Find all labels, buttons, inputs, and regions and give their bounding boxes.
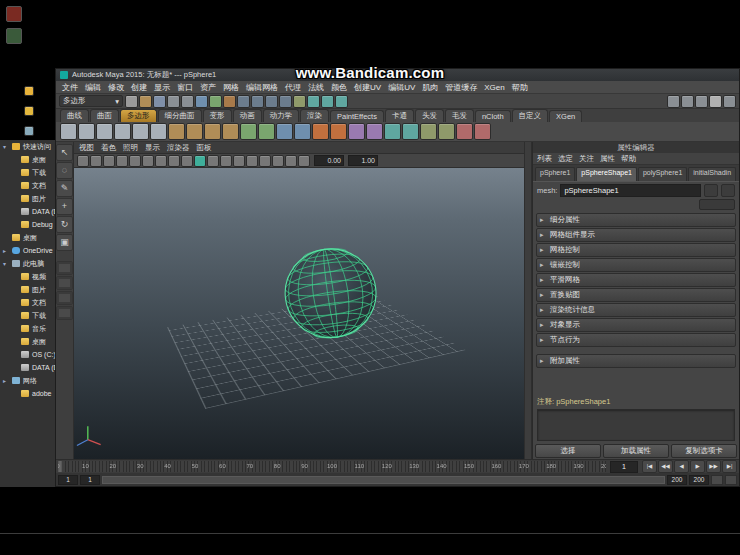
expander-icon[interactable]: ▾ — [3, 143, 9, 150]
section-smooth-mesh[interactable]: ▸ 平滑网格 — [536, 273, 736, 287]
pin-icon[interactable] — [24, 126, 34, 136]
shaded-icon[interactable] — [194, 155, 206, 167]
shelf-tab-animation[interactable]: 动画 — [233, 109, 262, 122]
undo-icon[interactable] — [167, 95, 180, 108]
motion-blur-icon[interactable] — [259, 155, 271, 167]
app-shortcut-icon[interactable] — [6, 28, 22, 44]
time-slider[interactable]: 0102030405060708090100110120130140150160… — [58, 461, 606, 472]
menu-set-dropdown[interactable]: 多边形 ▾ — [59, 95, 123, 107]
separate-icon[interactable] — [294, 123, 311, 140]
menu-item[interactable]: 创建 — [131, 82, 147, 93]
gate-mask-icon[interactable] — [129, 155, 141, 167]
ae-menu-item[interactable]: 关注 — [579, 154, 594, 164]
poly-pyramid-icon[interactable] — [186, 123, 203, 140]
tree-item-pictures-2[interactable]: 图片 — [0, 283, 56, 296]
expander-icon[interactable]: ▸ — [3, 377, 9, 384]
panel-menu-item[interactable]: 显示 — [145, 143, 160, 153]
open-scene-icon[interactable] — [139, 95, 152, 108]
focus-button[interactable] — [704, 184, 718, 197]
tree-item-onedrive[interactable]: ▸ OneDrive — [0, 244, 56, 257]
tree-item-data-d[interactable]: DATA (D:) — [0, 361, 56, 374]
tree-item-adobe[interactable]: adobe — [0, 387, 56, 400]
ae-tab-psphereshape1[interactable]: pSphereShape1 — [576, 167, 637, 181]
section-tessellation[interactable]: ▸ 细分属性 — [536, 213, 736, 227]
menu-item[interactable]: 文件 — [62, 82, 78, 93]
select-tool-icon[interactable]: ↖ — [56, 144, 73, 161]
ae-menu-item[interactable]: 选定 — [558, 154, 573, 164]
shelf-tab-xgen[interactable]: XGen — [549, 110, 582, 122]
section-node-behavior[interactable]: ▸ 节点行为 — [536, 333, 736, 347]
paint-select-tool-icon[interactable]: ✎ — [56, 180, 73, 197]
expander-icon[interactable]: ▾ — [3, 260, 9, 267]
playback-end-field[interactable]: 200 — [667, 475, 687, 485]
render-view-icon[interactable] — [307, 95, 320, 108]
layout-preset-single-button[interactable] — [56, 261, 73, 275]
tree-item-downloads-2[interactable]: 下载 — [0, 309, 56, 322]
poly-platonic-icon[interactable] — [258, 123, 275, 140]
shelf-tab-hair[interactable]: 头发 — [415, 109, 444, 122]
poly-prism-icon[interactable] — [168, 123, 185, 140]
shelf-tab-fur[interactable]: 毛发 — [445, 109, 474, 122]
shelf-tab-surfaces[interactable]: 曲面 — [90, 109, 119, 122]
poly-pipe-icon[interactable] — [204, 123, 221, 140]
go-to-start-button[interactable]: |◀ — [642, 460, 657, 473]
current-frame-field[interactable]: 1 — [610, 461, 638, 473]
folder-icon[interactable] — [24, 106, 34, 116]
expander-icon[interactable]: ▸ — [3, 247, 9, 254]
sidebar-toggle-icon[interactable] — [667, 95, 680, 108]
panel-separator[interactable] — [524, 142, 532, 459]
isolate-select-icon[interactable] — [298, 155, 310, 167]
safe-action-icon[interactable] — [155, 155, 167, 167]
animation-preferences-button[interactable] — [725, 475, 737, 485]
safe-title-icon[interactable] — [168, 155, 180, 167]
insert-edge-loop-icon[interactable] — [384, 123, 401, 140]
presets-button[interactable] — [721, 184, 735, 197]
ae-menu-item[interactable]: 帮助 — [621, 154, 636, 164]
menu-item[interactable]: 颜色 — [331, 82, 347, 93]
shelf-tab-ncloth[interactable]: nCloth — [475, 110, 511, 122]
layer-editor-icon[interactable] — [695, 95, 708, 108]
animation-start-field[interactable]: 1 — [58, 475, 78, 485]
reduce-icon[interactable] — [474, 123, 491, 140]
menu-item[interactable]: 网格 — [223, 82, 239, 93]
shelf-tab-curves[interactable]: 曲线 — [60, 109, 89, 122]
shelf-tab-dynamics[interactable]: 动力学 — [263, 109, 300, 122]
play-forwards-button[interactable]: ▶ — [690, 460, 705, 473]
poly-helix-icon[interactable] — [222, 123, 239, 140]
camera-lock-icon[interactable] — [77, 155, 89, 167]
notes-textarea[interactable] — [537, 409, 735, 441]
gamma-field[interactable]: 1.00 — [348, 155, 378, 166]
poly-cube-icon[interactable] — [78, 123, 95, 140]
section-render-stats[interactable]: ▸ 渲染统计信息 — [536, 303, 736, 317]
layout-preset-hypershade-button[interactable] — [56, 306, 73, 320]
snap-plane-icon[interactable] — [279, 95, 292, 108]
smooth-icon[interactable] — [420, 123, 437, 140]
render-settings-icon[interactable] — [335, 95, 348, 108]
shelf-tab-polygons[interactable]: 多边形 — [120, 109, 157, 122]
poly-soccer-icon[interactable] — [240, 123, 257, 140]
shelf-tab-toon[interactable]: 卡通 — [385, 109, 414, 122]
tree-item-data-drive[interactable]: DATA (D:) — [0, 205, 56, 218]
menu-item[interactable]: 法线 — [308, 82, 324, 93]
panel-menu-item[interactable]: 面板 — [197, 143, 212, 153]
menu-item[interactable]: 肌肉 — [422, 82, 438, 93]
tree-item-desktop-root[interactable]: 桌面 — [0, 231, 56, 244]
poly-cone-icon[interactable] — [114, 123, 131, 140]
panel-menu-item[interactable]: 视图 — [79, 143, 94, 153]
auto-keyframe-button[interactable] — [711, 475, 723, 485]
shadows-icon[interactable] — [233, 155, 245, 167]
shelf-tab-deformation[interactable]: 变形 — [203, 109, 232, 122]
multisampling-icon[interactable] — [272, 155, 284, 167]
range-slider-track[interactable] — [102, 476, 665, 484]
poly-plane-icon[interactable] — [132, 123, 149, 140]
boolean-icon[interactable] — [456, 123, 473, 140]
ae-menu-item[interactable]: 属性 — [600, 154, 615, 164]
screen-ao-icon[interactable] — [246, 155, 258, 167]
redo-icon[interactable] — [181, 95, 194, 108]
section-displacement-map[interactable]: ▸ 置换贴图 — [536, 288, 736, 302]
poly-cylinder-icon[interactable] — [96, 123, 113, 140]
panel-menu-item[interactable]: 着色 — [101, 143, 116, 153]
tool-settings-icon[interactable] — [723, 95, 736, 108]
menu-item[interactable]: 创建UV — [354, 82, 381, 93]
extrude-icon[interactable] — [312, 123, 329, 140]
